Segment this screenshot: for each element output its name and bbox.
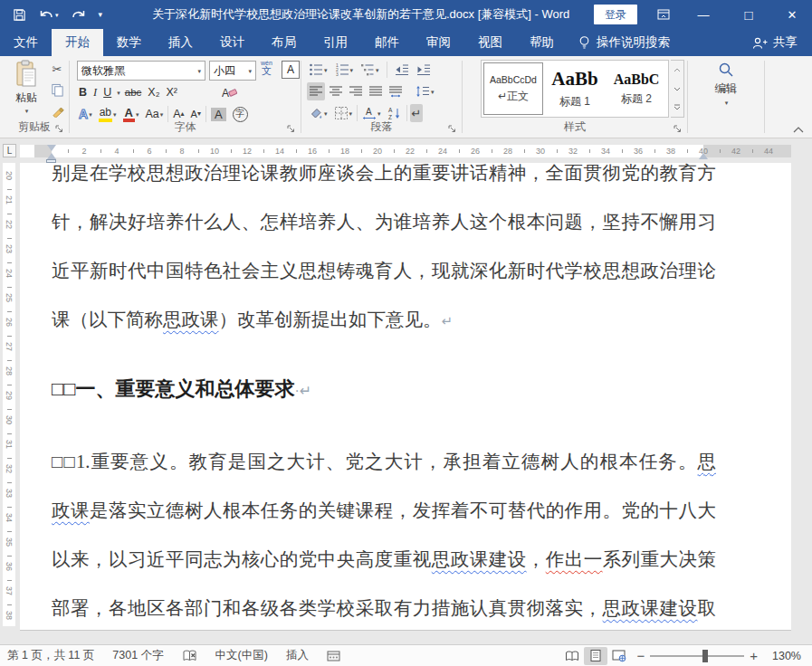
language-status[interactable]: 中文(中国) bbox=[215, 648, 268, 663]
save-icon bbox=[13, 8, 26, 22]
ribbon-tab-6[interactable]: 引用 bbox=[310, 29, 361, 56]
copy-button[interactable] bbox=[47, 81, 67, 99]
ruler-number: 29 bbox=[5, 386, 14, 404]
decrease-indent-button[interactable] bbox=[393, 61, 411, 79]
login-button[interactable]: 登录 bbox=[594, 5, 637, 24]
ruler-tick bbox=[7, 458, 12, 459]
increase-indent-button[interactable] bbox=[415, 61, 433, 79]
paragraph-mark: ↵ bbox=[442, 314, 453, 328]
bold-button[interactable]: B bbox=[77, 83, 89, 101]
proofing-status[interactable] bbox=[182, 649, 197, 662]
gallery-scroll-down-button[interactable] bbox=[671, 80, 683, 99]
ruler-number: 40 bbox=[695, 146, 712, 157]
strikethrough-button[interactable]: abc bbox=[123, 83, 144, 101]
ruler-strip[interactable]: 2468101214161820222426283032343638404244 bbox=[20, 145, 791, 157]
distribute-button[interactable] bbox=[387, 82, 405, 100]
save-button[interactable] bbox=[13, 8, 26, 22]
insert-mode-status[interactable]: 插入 bbox=[286, 648, 309, 663]
macro-recording-status[interactable] bbox=[327, 650, 340, 662]
character-border-button[interactable]: A bbox=[282, 61, 300, 79]
page-number-status[interactable]: 第 1 页，共 11 页 bbox=[7, 648, 94, 663]
ruler-number: 16 bbox=[304, 146, 320, 157]
font-size-combo[interactable]: 小四 ▾ bbox=[209, 61, 256, 81]
style-card-1[interactable]: AaBb标题 1 bbox=[545, 62, 605, 115]
styles-dialog-launcher[interactable] bbox=[673, 125, 683, 134]
tab-stop-selector[interactable]: L bbox=[3, 144, 16, 157]
chevron-down-icon[interactable]: ▾ bbox=[117, 90, 120, 96]
editing-button[interactable]: 编辑 ▾ bbox=[701, 61, 751, 106]
subscript-button[interactable]: X₂ bbox=[146, 83, 161, 101]
ribbon-tab-7[interactable]: 邮件 bbox=[361, 29, 413, 56]
paragraph-group-label: 段落 bbox=[301, 119, 462, 135]
word-count-status[interactable]: 7301 个字 bbox=[112, 648, 163, 663]
align-left-button[interactable] bbox=[307, 82, 325, 100]
tell-me-search[interactable]: 操作说明搜索 bbox=[578, 29, 670, 56]
chevron-down-icon: ▾ bbox=[350, 67, 354, 73]
collapse-ribbon-button[interactable] bbox=[793, 127, 804, 133]
cut-button[interactable]: ✂ bbox=[47, 60, 67, 78]
ribbon-tab-4[interactable]: 设计 bbox=[206, 29, 258, 56]
share-button[interactable]: 共享 bbox=[752, 29, 798, 56]
close-button[interactable]: ✕ bbox=[772, 0, 812, 29]
multilevel-list-button[interactable]: ▾ bbox=[358, 61, 381, 79]
chevron-down-icon: ▾ bbox=[349, 110, 353, 117]
format-painter-button[interactable] bbox=[47, 101, 67, 119]
ribbon-tab-3[interactable]: 插入 bbox=[155, 29, 206, 56]
chevron-down-icon bbox=[673, 87, 681, 91]
ribbon-tab-8[interactable]: 审阅 bbox=[413, 29, 464, 56]
ribbon-tab-10[interactable]: 帮助 bbox=[516, 29, 568, 56]
document-page[interactable]: 别是在学校思想政治理论课教师座谈会上的重要讲话精神，全面贯彻党的教育方针，解决好… bbox=[20, 163, 791, 631]
style-card-0[interactable]: AaBbCcDd↵正文 bbox=[483, 62, 543, 115]
shading-bucket-icon bbox=[309, 106, 323, 120]
ruler-tick bbox=[7, 336, 12, 337]
print-layout-button[interactable] bbox=[584, 647, 607, 665]
gallery-more-button[interactable] bbox=[671, 98, 683, 117]
minimize-button[interactable]: — bbox=[684, 0, 722, 29]
undo-button[interactable]: ▾ bbox=[39, 8, 59, 21]
underline-button[interactable]: U bbox=[101, 83, 113, 101]
superscript-button[interactable]: X² bbox=[165, 83, 180, 101]
zoom-level[interactable]: 130% bbox=[772, 650, 801, 662]
ribbon-tab-5[interactable]: 布局 bbox=[258, 29, 310, 56]
customize-qat-button[interactable]: ▾ bbox=[99, 11, 103, 19]
ribbon-tab-9[interactable]: 视图 bbox=[464, 29, 516, 56]
maximize-button[interactable]: □ bbox=[730, 0, 768, 29]
zoom-in-button[interactable]: + bbox=[750, 648, 758, 663]
zoom-out-button[interactable]: − bbox=[636, 648, 645, 663]
style-card-2[interactable]: AaBbC标题 2 bbox=[607, 62, 666, 115]
italic-button[interactable]: I bbox=[91, 83, 99, 101]
dialog-launcher-icon bbox=[55, 125, 63, 133]
text-segment: 针，解决好培养什么人、怎样培养人、为谁培养人这个根本问题，坚持不懈用习 bbox=[52, 212, 716, 232]
ribbon-tab-2[interactable]: 数学 bbox=[103, 29, 155, 56]
numbered-list-button[interactable]: 123 ▾ bbox=[333, 61, 356, 79]
ribbon-tab-0[interactable]: 文件 bbox=[0, 29, 52, 56]
ribbon-tabs: 文件开始数学插入设计布局引用邮件审阅视图帮助 bbox=[0, 29, 568, 56]
clear-formatting-button[interactable]: A bbox=[220, 83, 239, 101]
line-spacing-button[interactable]: ▾ bbox=[414, 82, 436, 100]
font-dialog-launcher[interactable] bbox=[287, 125, 296, 134]
align-right-button[interactable] bbox=[347, 82, 365, 100]
web-layout-button[interactable] bbox=[607, 647, 631, 665]
group-divider bbox=[764, 61, 765, 133]
align-center-button[interactable] bbox=[327, 82, 345, 100]
ribbon-tab-1[interactable]: 开始 bbox=[52, 29, 103, 56]
style-name: 标题 2 bbox=[621, 91, 652, 107]
ruler-number: 36 bbox=[630, 146, 646, 157]
font-name-combo[interactable]: 微软雅黑 ▾ bbox=[77, 61, 205, 81]
ruler-tick bbox=[296, 149, 297, 153]
redo-button[interactable] bbox=[72, 8, 86, 21]
phonetic-guide-button[interactable]: wén 文 bbox=[261, 60, 272, 76]
zoom-slider[interactable] bbox=[650, 655, 744, 657]
clipboard-dialog-launcher[interactable] bbox=[55, 125, 64, 134]
gallery-scroll-up-button[interactable] bbox=[671, 61, 683, 80]
paragraph-dialog-launcher[interactable] bbox=[448, 125, 457, 134]
zoom-slider-thumb[interactable] bbox=[702, 650, 708, 662]
bullet-list-button[interactable]: ▾ bbox=[307, 61, 330, 79]
justify-button[interactable] bbox=[367, 82, 385, 100]
ribbon-display-options-button[interactable] bbox=[645, 0, 683, 29]
paste-icon bbox=[14, 60, 38, 89]
first-line-indent-marker[interactable] bbox=[47, 145, 56, 151]
numbered-list-icon: 123 bbox=[335, 62, 349, 77]
read-mode-button[interactable] bbox=[560, 647, 584, 665]
hanging-indent-marker[interactable] bbox=[47, 153, 56, 159]
